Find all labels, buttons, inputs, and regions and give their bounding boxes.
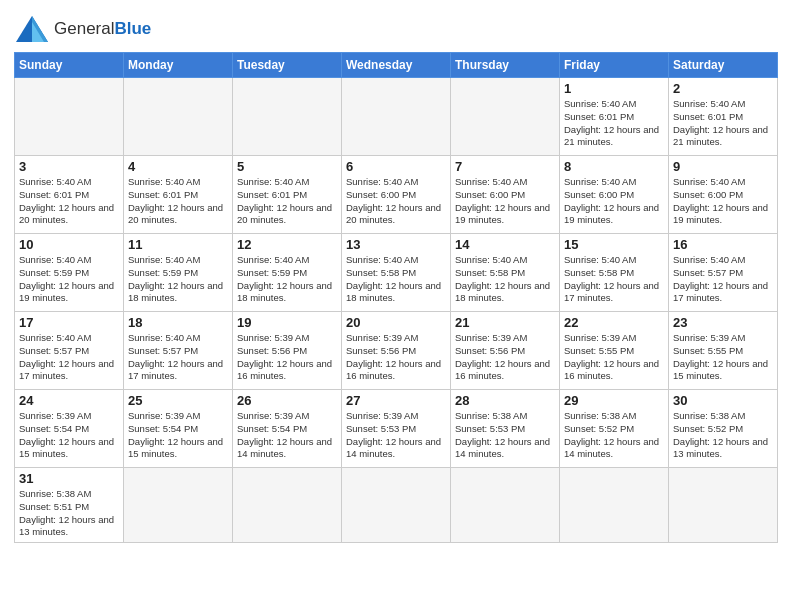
page: GeneralBlue SundayMondayTuesdayWednesday… bbox=[0, 0, 792, 612]
day-number: 15 bbox=[564, 237, 664, 252]
calendar-body: 1Sunrise: 5:40 AM Sunset: 6:01 PM Daylig… bbox=[15, 78, 778, 543]
calendar-day-cell bbox=[233, 468, 342, 543]
calendar-day-cell: 15Sunrise: 5:40 AM Sunset: 5:58 PM Dayli… bbox=[560, 234, 669, 312]
day-info: Sunrise: 5:39 AM Sunset: 5:56 PM Dayligh… bbox=[346, 332, 446, 383]
calendar-day-cell: 20Sunrise: 5:39 AM Sunset: 5:56 PM Dayli… bbox=[342, 312, 451, 390]
day-info: Sunrise: 5:40 AM Sunset: 5:58 PM Dayligh… bbox=[346, 254, 446, 305]
calendar-day-cell: 23Sunrise: 5:39 AM Sunset: 5:55 PM Dayli… bbox=[669, 312, 778, 390]
day-info: Sunrise: 5:40 AM Sunset: 6:01 PM Dayligh… bbox=[128, 176, 228, 227]
calendar-day-cell: 14Sunrise: 5:40 AM Sunset: 5:58 PM Dayli… bbox=[451, 234, 560, 312]
calendar-day-cell: 17Sunrise: 5:40 AM Sunset: 5:57 PM Dayli… bbox=[15, 312, 124, 390]
day-number: 22 bbox=[564, 315, 664, 330]
calendar-day-cell: 13Sunrise: 5:40 AM Sunset: 5:58 PM Dayli… bbox=[342, 234, 451, 312]
day-number: 1 bbox=[564, 81, 664, 96]
day-number: 27 bbox=[346, 393, 446, 408]
calendar-day-cell: 26Sunrise: 5:39 AM Sunset: 5:54 PM Dayli… bbox=[233, 390, 342, 468]
calendar-week-row: 17Sunrise: 5:40 AM Sunset: 5:57 PM Dayli… bbox=[15, 312, 778, 390]
day-info: Sunrise: 5:40 AM Sunset: 5:58 PM Dayligh… bbox=[455, 254, 555, 305]
day-info: Sunrise: 5:40 AM Sunset: 6:01 PM Dayligh… bbox=[564, 98, 664, 149]
calendar-day-cell: 5Sunrise: 5:40 AM Sunset: 6:01 PM Daylig… bbox=[233, 156, 342, 234]
day-number: 11 bbox=[128, 237, 228, 252]
calendar-day-cell: 11Sunrise: 5:40 AM Sunset: 5:59 PM Dayli… bbox=[124, 234, 233, 312]
day-number: 20 bbox=[346, 315, 446, 330]
header: GeneralBlue bbox=[14, 10, 778, 44]
day-number: 8 bbox=[564, 159, 664, 174]
day-number: 7 bbox=[455, 159, 555, 174]
day-info: Sunrise: 5:39 AM Sunset: 5:54 PM Dayligh… bbox=[128, 410, 228, 461]
day-number: 31 bbox=[19, 471, 119, 486]
day-info: Sunrise: 5:38 AM Sunset: 5:52 PM Dayligh… bbox=[673, 410, 773, 461]
calendar-week-row: 31Sunrise: 5:38 AM Sunset: 5:51 PM Dayli… bbox=[15, 468, 778, 543]
weekday-header: Friday bbox=[560, 53, 669, 78]
calendar-day-cell: 22Sunrise: 5:39 AM Sunset: 5:55 PM Dayli… bbox=[560, 312, 669, 390]
day-number: 4 bbox=[128, 159, 228, 174]
day-number: 25 bbox=[128, 393, 228, 408]
day-info: Sunrise: 5:40 AM Sunset: 6:01 PM Dayligh… bbox=[673, 98, 773, 149]
calendar-day-cell: 3Sunrise: 5:40 AM Sunset: 6:01 PM Daylig… bbox=[15, 156, 124, 234]
day-info: Sunrise: 5:40 AM Sunset: 6:00 PM Dayligh… bbox=[455, 176, 555, 227]
day-info: Sunrise: 5:39 AM Sunset: 5:53 PM Dayligh… bbox=[346, 410, 446, 461]
calendar-day-cell bbox=[669, 468, 778, 543]
day-info: Sunrise: 5:40 AM Sunset: 6:01 PM Dayligh… bbox=[237, 176, 337, 227]
weekday-header: Wednesday bbox=[342, 53, 451, 78]
calendar-day-cell: 2Sunrise: 5:40 AM Sunset: 6:01 PM Daylig… bbox=[669, 78, 778, 156]
day-number: 30 bbox=[673, 393, 773, 408]
day-number: 18 bbox=[128, 315, 228, 330]
logo-icon bbox=[14, 14, 50, 44]
calendar-day-cell: 10Sunrise: 5:40 AM Sunset: 5:59 PM Dayli… bbox=[15, 234, 124, 312]
day-number: 29 bbox=[564, 393, 664, 408]
calendar-day-cell bbox=[15, 78, 124, 156]
calendar-day-cell: 1Sunrise: 5:40 AM Sunset: 6:01 PM Daylig… bbox=[560, 78, 669, 156]
calendar-day-cell bbox=[233, 78, 342, 156]
day-number: 12 bbox=[237, 237, 337, 252]
calendar-day-cell: 29Sunrise: 5:38 AM Sunset: 5:52 PM Dayli… bbox=[560, 390, 669, 468]
logo: GeneralBlue bbox=[14, 14, 151, 44]
logo-text: GeneralBlue bbox=[54, 19, 151, 39]
weekday-header: Thursday bbox=[451, 53, 560, 78]
day-number: 14 bbox=[455, 237, 555, 252]
day-number: 10 bbox=[19, 237, 119, 252]
calendar-week-row: 24Sunrise: 5:39 AM Sunset: 5:54 PM Dayli… bbox=[15, 390, 778, 468]
calendar-day-cell: 24Sunrise: 5:39 AM Sunset: 5:54 PM Dayli… bbox=[15, 390, 124, 468]
calendar-day-cell: 30Sunrise: 5:38 AM Sunset: 5:52 PM Dayli… bbox=[669, 390, 778, 468]
calendar-day-cell: 31Sunrise: 5:38 AM Sunset: 5:51 PM Dayli… bbox=[15, 468, 124, 543]
weekday-header: Tuesday bbox=[233, 53, 342, 78]
day-info: Sunrise: 5:38 AM Sunset: 5:53 PM Dayligh… bbox=[455, 410, 555, 461]
calendar-day-cell: 19Sunrise: 5:39 AM Sunset: 5:56 PM Dayli… bbox=[233, 312, 342, 390]
calendar-day-cell: 8Sunrise: 5:40 AM Sunset: 6:00 PM Daylig… bbox=[560, 156, 669, 234]
calendar-day-cell bbox=[124, 468, 233, 543]
day-number: 19 bbox=[237, 315, 337, 330]
day-info: Sunrise: 5:40 AM Sunset: 5:59 PM Dayligh… bbox=[237, 254, 337, 305]
day-info: Sunrise: 5:39 AM Sunset: 5:54 PM Dayligh… bbox=[237, 410, 337, 461]
day-info: Sunrise: 5:39 AM Sunset: 5:56 PM Dayligh… bbox=[237, 332, 337, 383]
weekday-header: Monday bbox=[124, 53, 233, 78]
day-number: 3 bbox=[19, 159, 119, 174]
day-info: Sunrise: 5:40 AM Sunset: 6:00 PM Dayligh… bbox=[346, 176, 446, 227]
calendar-week-row: 3Sunrise: 5:40 AM Sunset: 6:01 PM Daylig… bbox=[15, 156, 778, 234]
day-info: Sunrise: 5:39 AM Sunset: 5:56 PM Dayligh… bbox=[455, 332, 555, 383]
day-info: Sunrise: 5:40 AM Sunset: 5:59 PM Dayligh… bbox=[128, 254, 228, 305]
day-number: 6 bbox=[346, 159, 446, 174]
day-number: 13 bbox=[346, 237, 446, 252]
calendar-week-row: 10Sunrise: 5:40 AM Sunset: 5:59 PM Dayli… bbox=[15, 234, 778, 312]
calendar-day-cell bbox=[124, 78, 233, 156]
calendar-day-cell bbox=[560, 468, 669, 543]
day-info: Sunrise: 5:39 AM Sunset: 5:55 PM Dayligh… bbox=[564, 332, 664, 383]
weekday-header: Sunday bbox=[15, 53, 124, 78]
calendar-day-cell: 18Sunrise: 5:40 AM Sunset: 5:57 PM Dayli… bbox=[124, 312, 233, 390]
day-info: Sunrise: 5:40 AM Sunset: 5:57 PM Dayligh… bbox=[673, 254, 773, 305]
calendar-day-cell: 4Sunrise: 5:40 AM Sunset: 6:01 PM Daylig… bbox=[124, 156, 233, 234]
calendar-week-row: 1Sunrise: 5:40 AM Sunset: 6:01 PM Daylig… bbox=[15, 78, 778, 156]
day-number: 24 bbox=[19, 393, 119, 408]
calendar-day-cell: 6Sunrise: 5:40 AM Sunset: 6:00 PM Daylig… bbox=[342, 156, 451, 234]
day-info: Sunrise: 5:40 AM Sunset: 5:59 PM Dayligh… bbox=[19, 254, 119, 305]
day-info: Sunrise: 5:38 AM Sunset: 5:52 PM Dayligh… bbox=[564, 410, 664, 461]
day-number: 28 bbox=[455, 393, 555, 408]
day-number: 16 bbox=[673, 237, 773, 252]
calendar-day-cell bbox=[342, 468, 451, 543]
calendar-day-cell bbox=[342, 78, 451, 156]
calendar-day-cell: 12Sunrise: 5:40 AM Sunset: 5:59 PM Dayli… bbox=[233, 234, 342, 312]
day-info: Sunrise: 5:40 AM Sunset: 6:00 PM Dayligh… bbox=[673, 176, 773, 227]
day-number: 9 bbox=[673, 159, 773, 174]
calendar-day-cell: 21Sunrise: 5:39 AM Sunset: 5:56 PM Dayli… bbox=[451, 312, 560, 390]
